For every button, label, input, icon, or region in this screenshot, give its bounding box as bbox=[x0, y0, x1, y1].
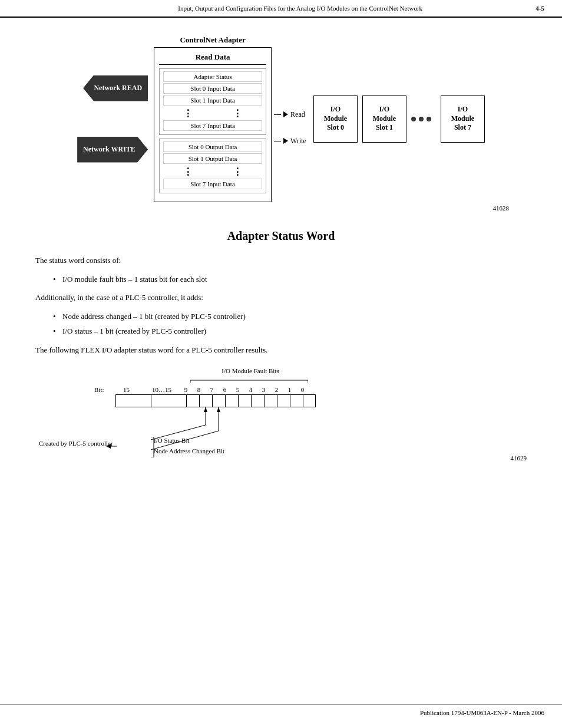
network-write-label: Network WRITE bbox=[83, 145, 135, 154]
diagram-wrapper: Network READ Network WRITE ControlNet Ad… bbox=[35, 35, 527, 202]
adapter-box: Read Data Adapter Status Slot 0 Input Da… bbox=[154, 47, 272, 202]
bullet-item-1: I/O module fault bits – 1 status bit for… bbox=[53, 274, 527, 285]
bit-prefix: Bit: bbox=[94, 386, 104, 393]
io-modules-group: I/O Module Slot 0 I/O Module Slot 1 I/O … bbox=[309, 95, 485, 143]
bit-8: 8 bbox=[193, 386, 206, 393]
svg-marker-6 bbox=[217, 407, 220, 412]
slot1-input-row: Slot 1 Input Data bbox=[163, 95, 262, 106]
bit-cell-5 bbox=[238, 394, 251, 407]
bit-cells-row bbox=[115, 394, 527, 407]
adapter-title: ControlNet Adapter bbox=[180, 35, 245, 45]
figure-41628: 41628 bbox=[35, 205, 527, 212]
network-read-label: Network READ bbox=[94, 84, 142, 93]
slot1-output-row: Slot 1 Output Data bbox=[163, 153, 262, 164]
network-read-arrow: Network READ bbox=[83, 75, 148, 101]
io-fault-label-area: I/O Module Fault Bits bbox=[141, 367, 527, 385]
adapter-status-row: Adapter Status bbox=[163, 71, 262, 82]
header-title: Input, Output and Configuration Files fo… bbox=[65, 5, 535, 12]
write-label: Write bbox=[290, 137, 306, 146]
bit-15: 15 bbox=[109, 386, 144, 393]
diagram-section: Network READ Network WRITE ControlNet Ad… bbox=[35, 35, 527, 212]
read-label-row: Read bbox=[274, 110, 305, 119]
bit-cell-wide-2 bbox=[151, 394, 186, 407]
bit-cell-0 bbox=[303, 394, 316, 407]
read-arrow-icon bbox=[283, 111, 288, 117]
io-module-slot0: I/O Module Slot 0 bbox=[313, 95, 358, 143]
created-arrow bbox=[106, 443, 118, 449]
write-data-section: Slot 0 Output Data Slot 1 Output Data ⋮⋮… bbox=[159, 139, 266, 193]
dot3 bbox=[427, 117, 431, 121]
bit-7: 7 bbox=[206, 386, 219, 393]
bit-3: 3 bbox=[257, 386, 270, 393]
bit-labels-row: Bit: 15 10…15 9 8 7 6 5 4 3 2 1 0 bbox=[94, 386, 527, 393]
write-dots: ⋮⋮ bbox=[163, 165, 262, 179]
read-data-title: Read Data bbox=[159, 52, 266, 65]
left-arrows: Network READ Network WRITE bbox=[77, 75, 148, 163]
bit-5: 5 bbox=[232, 386, 244, 393]
bullet-list-1: I/O module fault bits – 1 status bit for… bbox=[53, 274, 527, 285]
write-arrow-icon bbox=[283, 138, 288, 144]
publication-info: Publication 1794-UM063A-EN-P - March 200… bbox=[420, 709, 544, 716]
bit-cell-wide-1 bbox=[115, 394, 151, 407]
slot0-output-row: Slot 0 Output Data bbox=[163, 141, 262, 152]
io-module-dots bbox=[411, 117, 431, 121]
header-page: 4-5 bbox=[535, 5, 544, 12]
read-dots: ⋮⋮ bbox=[163, 107, 262, 120]
io-module-slot1: I/O Module Slot 1 bbox=[362, 95, 406, 143]
slot0-input-row: Slot 0 Input Data bbox=[163, 83, 262, 94]
io-module-slot7: I/O Module Slot 7 bbox=[441, 95, 485, 143]
bit-9: 9 bbox=[180, 386, 193, 393]
dot2 bbox=[419, 117, 424, 121]
bit-cell-4 bbox=[251, 394, 264, 407]
bit-cell-1 bbox=[290, 394, 303, 407]
header: Input, Output and Configuration Files fo… bbox=[0, 0, 562, 18]
bit-cell-8 bbox=[199, 394, 212, 407]
following-paragraph: The following FLEX I/O adapter status wo… bbox=[35, 344, 527, 356]
svg-marker-9 bbox=[106, 444, 111, 449]
dot1 bbox=[411, 117, 416, 121]
footer: Publication 1794-UM063A-EN-P - March 200… bbox=[0, 704, 562, 716]
io-fault-bits-label: I/O Module Fault Bits bbox=[194, 367, 306, 374]
read-label: Read bbox=[290, 110, 305, 119]
read-data-section: Adapter Status Slot 0 Input Data Slot 1 … bbox=[159, 68, 266, 135]
bit-2: 2 bbox=[270, 386, 283, 393]
bracket-line bbox=[151, 437, 157, 457]
bit-4: 4 bbox=[244, 386, 257, 393]
bullet-item-3: I/O status – 1 bit (created by PLC-5 con… bbox=[53, 325, 527, 337]
network-write-group: Network WRITE bbox=[77, 137, 148, 163]
write-label-row: Write bbox=[274, 137, 306, 146]
section-title: Adapter Status Word bbox=[35, 229, 527, 243]
text-section: Adapter Status Word The status word cons… bbox=[35, 229, 527, 462]
bit-cell-6 bbox=[225, 394, 238, 407]
node-address-label: Node Address Changed Bit bbox=[154, 447, 224, 454]
svg-marker-4 bbox=[204, 407, 207, 412]
bit-1: 1 bbox=[283, 386, 296, 393]
bit-diagram-section: I/O Module Fault Bits Bit: 15 10…15 9 8 … bbox=[35, 367, 527, 462]
network-write-arrow: Network WRITE bbox=[77, 137, 148, 163]
bit-6: 6 bbox=[219, 386, 232, 393]
io-fault-bracket bbox=[190, 374, 308, 383]
additionally-paragraph: Additionally, in the case of a PLC-5 con… bbox=[35, 292, 527, 304]
rw-labels: Read Write bbox=[274, 110, 306, 146]
bullet-list-2: Node address changed – 1 bit (created by… bbox=[53, 311, 527, 337]
intro-paragraph: The status word consists of: bbox=[35, 255, 527, 266]
io-status-label: I/O Status Bit bbox=[154, 437, 190, 444]
bit-annotations: I/O Status Bit Node Address Changed Bit … bbox=[115, 407, 527, 466]
bit-cell-3 bbox=[264, 394, 277, 407]
bullet-item-2: Node address changed – 1 bit (created by… bbox=[53, 311, 527, 322]
slot7-output-row: Slot 7 Input Data bbox=[163, 179, 262, 189]
created-by-label: Created by PLC-5 controller bbox=[39, 440, 113, 447]
adapter-container: ControlNet Adapter Read Data Adapter Sta… bbox=[154, 35, 272, 202]
bit-cell-9 bbox=[186, 394, 199, 407]
slot7-input-row: Slot 7 Input Data bbox=[163, 120, 262, 131]
network-read-group: Network READ bbox=[83, 75, 148, 101]
bit-cell-7 bbox=[212, 394, 225, 407]
bit-0: 0 bbox=[296, 386, 309, 393]
main-content: Network READ Network WRITE ControlNet Ad… bbox=[0, 18, 562, 479]
bit-10-15: 10…15 bbox=[144, 386, 180, 393]
bit-cell-2 bbox=[277, 394, 290, 407]
